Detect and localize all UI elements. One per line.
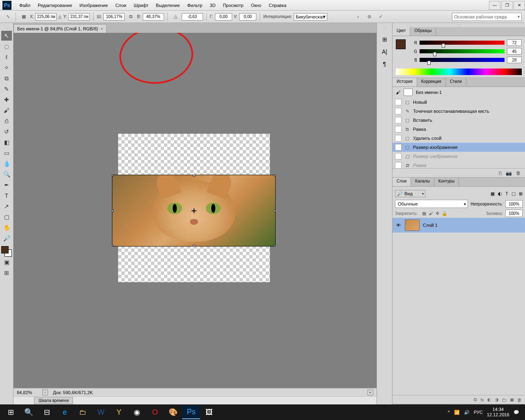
transform-layer[interactable]: [112, 175, 276, 247]
hand-tool[interactable]: ✋: [1, 223, 12, 233]
menu-view[interactable]: Просмотр: [219, 1, 247, 9]
clone-stamp-tool[interactable]: ⎙: [1, 116, 12, 126]
tab-channels[interactable]: Каналы: [411, 178, 434, 186]
link-wh-icon[interactable]: ⧉: [126, 12, 135, 21]
pen-tool[interactable]: ✒: [1, 180, 12, 190]
tab-history[interactable]: История: [393, 78, 417, 87]
crop-tool[interactable]: ⧉: [1, 73, 12, 83]
menu-edit[interactable]: Редактирование: [34, 1, 76, 9]
lock-all-icon[interactable]: 🔒: [442, 211, 447, 216]
transform-handle[interactable]: [112, 175, 114, 176]
link-layers-icon[interactable]: ⧉: [474, 397, 477, 402]
tray-notifications-icon[interactable]: 💬: [514, 410, 519, 415]
color-swatch[interactable]: [396, 39, 409, 52]
menu-image[interactable]: Изображение: [76, 1, 112, 9]
dodge-tool[interactable]: 🔍: [1, 169, 12, 179]
layer-visibility-icon[interactable]: 👁: [395, 223, 402, 228]
menu-window[interactable]: Окно: [247, 1, 265, 9]
new-layer-icon[interactable]: ▣: [510, 397, 514, 402]
layer-mask-icon[interactable]: ◐: [487, 397, 491, 402]
transform-center-icon[interactable]: [192, 208, 196, 213]
status-arrow-icon[interactable]: ▸: [368, 390, 373, 395]
transform-handle[interactable]: [193, 245, 195, 247]
history-marker[interactable]: [395, 153, 402, 160]
task-paint-icon[interactable]: 🎨: [164, 405, 182, 419]
menu-type[interactable]: Шрифт: [130, 1, 152, 9]
b-slider[interactable]: [420, 58, 504, 62]
panel-grip[interactable]: ⋯: [383, 26, 386, 30]
canvas[interactable]: [14, 33, 377, 388]
history-marker[interactable]: [395, 108, 402, 114]
filter-type-icon[interactable]: T: [505, 191, 508, 196]
timeline-tab[interactable]: Шкала времени: [34, 397, 73, 404]
history-item[interactable]: ▢Размер изображения: [393, 143, 525, 152]
toolbox-grip[interactable]: ⋯: [0, 26, 13, 30]
g-input[interactable]: [507, 48, 522, 55]
filter-shape-icon[interactable]: ▢: [511, 191, 516, 196]
task-chrome-icon[interactable]: ◉: [128, 405, 146, 419]
task-opera-icon[interactable]: O: [146, 405, 164, 419]
start-button[interactable]: ⊞: [2, 405, 20, 419]
task-view-icon[interactable]: ⊟: [38, 405, 56, 419]
transform-tool-icon[interactable]: ⤡: [3, 12, 12, 21]
healing-tool[interactable]: ✚: [1, 95, 12, 105]
close-button[interactable]: ✕: [514, 1, 525, 10]
history-marker[interactable]: [395, 135, 402, 142]
panels-grip[interactable]: ⋯: [393, 23, 525, 27]
history-marker[interactable]: [395, 126, 402, 132]
history-item[interactable]: ▢Новый: [393, 98, 525, 107]
interp-select[interactable]: Бикубическая▾: [294, 13, 327, 21]
snapshot-brush-icon[interactable]: 🖌: [396, 90, 400, 95]
screen-mode-tool[interactable]: ⊞: [1, 268, 12, 278]
gradient-tool[interactable]: ▭: [1, 148, 12, 158]
history-marker[interactable]: [395, 99, 402, 105]
r-slider[interactable]: [420, 41, 504, 45]
layer-style-icon[interactable]: fx: [480, 397, 484, 402]
delete-layer-icon[interactable]: 🗑: [517, 397, 522, 402]
transform-handle[interactable]: [274, 175, 276, 176]
maximize-button[interactable]: ❐: [501, 1, 513, 10]
zoom-scrubby-icon[interactable]: ▹: [42, 390, 48, 395]
transform-handle[interactable]: [193, 175, 195, 176]
filter-adjust-icon[interactable]: ◐: [498, 191, 502, 196]
new-fill-icon[interactable]: ◑: [495, 397, 499, 402]
history-item[interactable]: ⧉Рамка: [393, 161, 525, 168]
history-item[interactable]: ▢Размер изображения: [393, 152, 525, 161]
color-picker[interactable]: [1, 246, 12, 257]
color-ramp[interactable]: [396, 68, 522, 75]
new-doc-from-state-icon[interactable]: ⎙: [499, 170, 502, 176]
workspace-select[interactable]: Основная рабочая среда: [452, 13, 522, 21]
warp-icon[interactable]: ♀: [354, 12, 363, 21]
foreground-color[interactable]: [1, 246, 9, 253]
menu-help[interactable]: Справка: [265, 1, 290, 9]
blend-mode-select[interactable]: Обычные: [395, 200, 468, 208]
tray-clock[interactable]: 14:34 12.12.2016: [487, 407, 509, 418]
menu-select[interactable]: Выделение: [152, 1, 183, 9]
filter-pixel-icon[interactable]: ▦: [491, 191, 495, 196]
g-slider[interactable]: [420, 49, 504, 53]
tab-adjustments[interactable]: Коррекция: [417, 78, 446, 87]
history-item[interactable]: ✎Точечная восстанавливающая кисть: [393, 107, 525, 116]
angle-input[interactable]: [182, 13, 203, 21]
zoom-level[interactable]: 84,82%: [17, 390, 37, 395]
menu-filter[interactable]: Фильтр: [183, 1, 206, 9]
history-item[interactable]: ▢Вставить: [393, 116, 525, 125]
minimize-button[interactable]: —: [489, 1, 500, 10]
close-tab-icon[interactable]: ×: [100, 26, 103, 31]
x-input[interactable]: [35, 13, 57, 21]
filter-smart-icon[interactable]: ⊞: [519, 191, 523, 196]
tab-paths[interactable]: Контуры: [434, 178, 459, 186]
tray-network-icon[interactable]: 📶: [454, 410, 460, 415]
quick-mask-tool[interactable]: ▣: [1, 257, 12, 267]
eraser-tool[interactable]: ◧: [1, 137, 12, 147]
tray-lang-icon[interactable]: РУС: [474, 410, 483, 415]
zoom-tool[interactable]: 🔎: [1, 233, 12, 243]
transform-handle[interactable]: [112, 245, 114, 247]
lock-transparent-icon[interactable]: ▦: [422, 211, 426, 216]
brush-tool[interactable]: 🖌: [1, 105, 12, 115]
layer-row[interactable]: 👁 Слой 1: [393, 218, 525, 233]
blur-tool[interactable]: 💧: [1, 159, 12, 169]
task-yandex-icon[interactable]: Y: [110, 405, 128, 419]
char-icon[interactable]: A|: [382, 48, 387, 55]
paragraph-icon[interactable]: ¶: [383, 61, 386, 67]
